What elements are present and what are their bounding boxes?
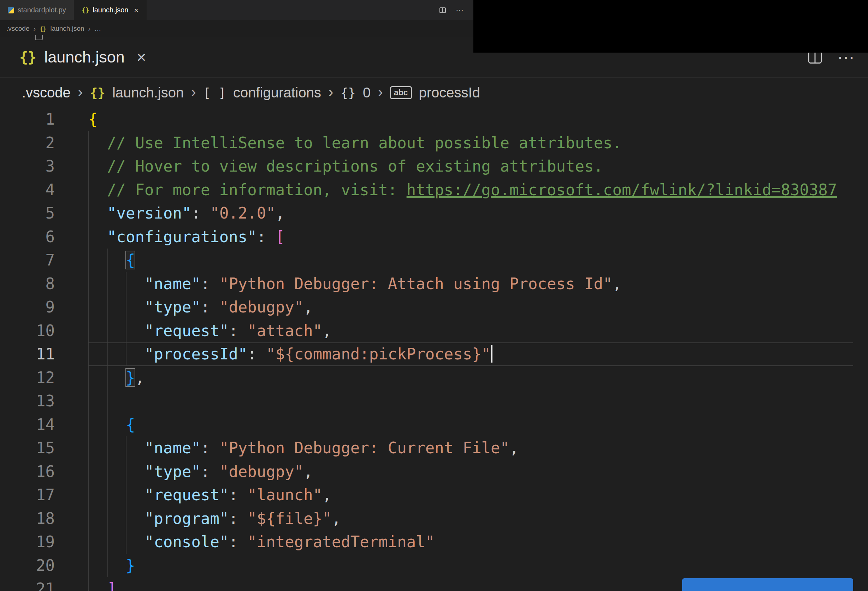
code-token: "${command:pickProcess}" — [266, 345, 491, 363]
chevron-right-icon: › — [328, 84, 334, 102]
code-token — [88, 181, 107, 199]
add-configuration-button[interactable] — [682, 578, 853, 591]
split-editor-icon[interactable] — [808, 51, 822, 63]
code-line-17[interactable]: 17 "request": "launch", — [0, 483, 868, 507]
code-line-1[interactable]: 1{ — [0, 108, 868, 131]
breadcrumb-item-launch-json[interactable]: launch.json — [50, 25, 84, 32]
code-token: "configurations" — [107, 228, 257, 246]
code-token — [88, 463, 145, 480]
line-number[interactable]: 19 — [0, 530, 55, 554]
line-number[interactable]: 20 — [0, 554, 55, 578]
code-token: "Python Debugger: Current File" — [219, 439, 509, 457]
breadcrumb-item-0[interactable]: 0 — [363, 85, 371, 101]
close-icon[interactable]: × — [137, 48, 146, 67]
ui-fragment — [35, 35, 43, 40]
more-actions-icon[interactable]: ⋯ — [456, 6, 464, 15]
code-token — [88, 439, 145, 457]
line-number[interactable]: 2 — [0, 131, 55, 155]
tab-launch-json-large[interactable]: {} launch.json × — [0, 37, 157, 77]
tab-standardplot-py[interactable]: standardplot.py — [0, 0, 74, 20]
chevron-right-icon: › — [88, 25, 91, 33]
code-line-19[interactable]: 19 "console": "integratedTerminal" — [0, 530, 868, 554]
line-number[interactable]: 14 — [0, 413, 55, 437]
line-content: "name": "Python Debugger: Attach using P… — [55, 272, 622, 296]
breadcrumb-item-configurations[interactable]: configurations — [233, 85, 321, 101]
code-token: : — [229, 510, 247, 528]
code-line-13[interactable]: 13 — [0, 389, 868, 413]
line-content: // For more information, visit: https://… — [55, 178, 837, 202]
line-number[interactable]: 16 — [0, 460, 55, 484]
code-comment: https://go.microsoft.com/fwlink/?linkid=… — [407, 181, 837, 199]
code-token — [88, 134, 107, 152]
breadcrumb-more[interactable]: … — [94, 25, 101, 32]
json-icon: {} — [82, 7, 89, 14]
tab-launch-json[interactable]: {} launch.json × — [74, 0, 147, 20]
line-content: "type": "debugpy", — [55, 460, 313, 484]
breadcrumb-item-vscode[interactable]: .vscode — [6, 25, 30, 32]
line-number[interactable]: 6 — [0, 225, 55, 249]
breadcrumb-item-vscode[interactable]: .vscode — [22, 85, 71, 101]
code-line-16[interactable]: 16 "type": "debugpy", — [0, 460, 868, 484]
code-line-11[interactable]: 11 "processId": "${command:pickProcess}" — [0, 342, 868, 366]
breadcrumb-item-processid[interactable]: processId — [419, 85, 480, 101]
tab-label: launch.json — [44, 48, 125, 66]
line-number[interactable]: 17 — [0, 483, 55, 507]
split-editor-icon[interactable] — [440, 7, 446, 13]
line-number[interactable]: 8 — [0, 272, 55, 296]
array-icon: [ ] — [203, 85, 226, 100]
code-line-3[interactable]: 3 // Hover to view descriptions of exist… — [0, 155, 868, 178]
code-line-15[interactable]: 15 "name": "Python Debugger: Current Fil… — [0, 436, 868, 460]
code-line-14[interactable]: 14 { — [0, 413, 868, 437]
line-content: ] — [55, 577, 116, 591]
code-token: "type" — [145, 298, 201, 316]
code-token: "Python Debugger: Attach using Process I… — [219, 275, 613, 293]
code-token — [88, 533, 145, 551]
code-token: "name" — [145, 275, 201, 293]
editor-group: {} launch.json × ⋯ .vscode › {} launch.j… — [0, 37, 868, 591]
close-icon[interactable]: × — [134, 6, 138, 15]
line-number[interactable]: 4 — [0, 178, 55, 202]
line-number[interactable]: 9 — [0, 296, 55, 319]
line-number[interactable]: 5 — [0, 202, 55, 225]
code-comment: // Use IntelliSense to learn about possi… — [107, 134, 622, 152]
code-token: "version" — [107, 204, 191, 222]
code-token: "name" — [145, 439, 201, 457]
code-token — [88, 580, 107, 591]
code-line-10[interactable]: 10 "request": "attach", — [0, 319, 868, 343]
code-line-18[interactable]: 18 "program": "${file}", — [0, 507, 868, 531]
line-number[interactable]: 12 — [0, 366, 55, 390]
code-token — [88, 251, 126, 269]
code-token — [88, 298, 145, 316]
line-number[interactable]: 15 — [0, 436, 55, 460]
breadcrumb-small: .vscode › {} launch.json › … — [0, 20, 473, 37]
code-line-9[interactable]: 9 "type": "debugpy", — [0, 296, 868, 319]
line-number[interactable]: 3 — [0, 155, 55, 178]
code-token — [88, 275, 145, 293]
code-line-7[interactable]: 7 { — [0, 249, 868, 272]
code-token: , — [322, 486, 332, 504]
code-token: "request" — [145, 321, 229, 340]
line-content: }, — [55, 366, 145, 390]
code-lines: 1{2 // Use IntelliSense to learn about p… — [0, 108, 868, 591]
code-line-6[interactable]: 6 "configurations": [ — [0, 225, 868, 249]
line-number[interactable]: 11 — [0, 342, 55, 366]
line-number[interactable]: 1 — [0, 108, 55, 131]
code-editor[interactable]: 1{2 // Use IntelliSense to learn about p… — [0, 108, 868, 591]
code-line-20[interactable]: 20 } — [0, 554, 868, 578]
code-token: , — [304, 298, 313, 316]
code-token — [88, 556, 126, 575]
line-number[interactable]: 7 — [0, 249, 55, 272]
code-line-12[interactable]: 12 }, — [0, 366, 868, 390]
code-line-5[interactable]: 5 "version": "0.2.0", — [0, 202, 868, 225]
line-number[interactable]: 13 — [0, 389, 55, 413]
code-token: , — [332, 510, 341, 528]
line-content: "version": "0.2.0", — [55, 202, 285, 225]
editor-actions-small: ⋯ — [440, 0, 473, 20]
code-line-4[interactable]: 4 // For more information, visit: https:… — [0, 178, 868, 202]
line-number[interactable]: 18 — [0, 507, 55, 531]
line-number[interactable]: 10 — [0, 319, 55, 343]
code-line-8[interactable]: 8 "name": "Python Debugger: Attach using… — [0, 272, 868, 296]
line-number[interactable]: 21 — [0, 577, 55, 591]
code-line-2[interactable]: 2 // Use IntelliSense to learn about pos… — [0, 131, 868, 155]
breadcrumb-item-launch-json[interactable]: launch.json — [112, 85, 184, 101]
